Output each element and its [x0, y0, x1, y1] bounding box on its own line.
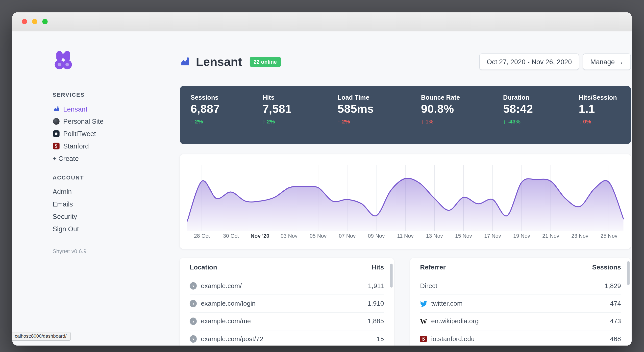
stanford-favicon-icon: S — [52, 142, 60, 149]
stats-bar: Sessions 6,887 ↑2% Hits 7,581 ↑2% Load T… — [180, 86, 631, 144]
x-tick-label: Nov '20 — [250, 233, 269, 239]
table-row: Direct 1,829 — [420, 277, 621, 295]
traffic-lights — [22, 19, 48, 24]
app-version: Shynet v0.6.9 — [52, 248, 168, 254]
x-tick-label: 03 Nov — [281, 233, 298, 239]
date-range-button[interactable]: Oct 27, 2020 - Nov 26, 2020 — [480, 54, 580, 70]
x-tick-label: 25 Nov — [600, 233, 617, 239]
sidebar-item-security[interactable]: Security — [52, 210, 168, 223]
window-titlebar — [12, 13, 632, 31]
sidebar-item-label: Personal Site — [63, 117, 104, 125]
online-badge: 22 online — [250, 57, 281, 67]
stat-hits: Hits 7,581 ↑2% — [262, 94, 338, 144]
x-tick-label: 09 Nov — [368, 233, 384, 239]
chevron-circle-icon: › — [190, 282, 197, 289]
x-tick-label: 21 Nov — [542, 233, 559, 239]
table-row: twitter.com 474 — [420, 295, 621, 313]
status-url-tooltip: calhost:8000/dashboard/ — [12, 332, 71, 340]
stat-sessions: Sessions 6,887 ↑2% — [190, 94, 262, 144]
column-header-referrer: Referrer — [420, 264, 446, 271]
app-window: SERVICES Lensant Personal Site Po — [12, 13, 632, 345]
stat-duration: Duration 58:42 ↑-43% — [503, 94, 579, 144]
stanford-icon: S — [420, 335, 427, 342]
trend-arrow-icon: ↑ — [421, 118, 424, 125]
page-content: SERVICES Lensant Personal Site Po — [12, 31, 632, 345]
services-heading: SERVICES — [52, 92, 168, 98]
sidebar-item-label: Stanford — [63, 142, 89, 150]
page-header: Lensant 22 online Oct 27, 2020 - Nov 26,… — [180, 54, 631, 70]
sidebar-item-sign-out[interactable]: Sign Out — [52, 223, 168, 235]
table-header: Referrer Sessions — [420, 258, 621, 277]
stat-hits-per-session: Hits/Session 1.1 ↓0% — [579, 94, 631, 144]
x-tick-label: 19 Nov — [513, 233, 530, 239]
lensant-favicon-icon — [180, 56, 190, 67]
stat-trend: ↓0% — [579, 118, 631, 125]
sidebar-item-personal-site[interactable]: Personal Site — [52, 115, 168, 128]
trend-arrow-icon: ↑ — [190, 118, 193, 125]
main-panel: Lensant 22 online Oct 27, 2020 - Nov 26,… — [180, 31, 631, 345]
bottom-tables: Location Hits › example.com/ 1,911 › exa… — [180, 258, 631, 345]
close-window-button[interactable] — [22, 19, 27, 24]
trend-arrow-icon: ↓ — [579, 118, 582, 125]
table-row: S io.stanford.edu 468 — [420, 330, 621, 345]
stat-load-time: Load Time 585ms ↑2% — [338, 94, 421, 144]
locations-table: Location Hits › example.com/ 1,911 › exa… — [180, 258, 394, 345]
x-tick-label: 07 Nov — [339, 233, 356, 239]
stat-trend: ↑1% — [421, 118, 503, 125]
manage-button[interactable]: Manage → — [583, 54, 631, 70]
trend-arrow-icon: ↑ — [338, 118, 340, 125]
column-header-sessions: Sessions — [592, 264, 621, 271]
stat-bounce-rate: Bounce Rate 90.8% ↑1% — [421, 94, 503, 144]
column-header-location: Location — [190, 264, 217, 271]
table-row[interactable]: › example.com/ 1,911 — [190, 277, 384, 295]
stat-trend: ↑-43% — [503, 118, 579, 125]
referrers-table: Referrer Sessions Direct 1,829 twitter.c… — [410, 258, 631, 345]
column-header-hits: Hits — [372, 264, 384, 271]
polititweet-favicon-icon — [52, 130, 60, 137]
x-tick-label: 30 Oct — [223, 233, 239, 239]
sidebar-item-admin[interactable]: Admin — [52, 186, 168, 198]
page-title: Lensant — [196, 55, 242, 69]
account-heading: ACCOUNT — [52, 174, 168, 181]
sidebar-item-emails[interactable]: Emails — [52, 198, 168, 210]
table-row: W en.wikipedia.org 473 — [420, 313, 621, 330]
scrollbar-thumb[interactable] — [627, 261, 630, 285]
trend-arrow-icon: ↑ — [262, 118, 265, 125]
stat-trend: ↑2% — [262, 118, 338, 125]
trend-arrow-icon: ↑ — [503, 118, 506, 125]
table-row[interactable]: › example.com/me 1,885 — [190, 313, 384, 330]
x-tick-label: 05 Nov — [310, 233, 326, 239]
stat-trend: ↑2% — [190, 118, 262, 125]
x-tick-label: 28 Oct — [194, 233, 210, 239]
table-row[interactable]: › example.com/login 1,910 — [190, 295, 384, 313]
sidebar-item-stanford[interactable]: S Stanford — [52, 140, 168, 152]
wikipedia-icon: W — [420, 318, 427, 325]
stat-trend: ↑2% — [338, 118, 421, 125]
sidebar-item-create[interactable]: + Create — [52, 152, 168, 164]
sidebar-item-polititweet[interactable]: PolitiTweet — [52, 127, 168, 140]
x-tick-label: 17 Nov — [484, 233, 501, 239]
chevron-circle-icon: › — [190, 300, 197, 307]
scrollbar-thumb[interactable] — [390, 264, 392, 288]
table-header: Location Hits — [190, 258, 384, 277]
sidebar-item-lensant[interactable]: Lensant — [52, 103, 168, 115]
sidebar: SERVICES Lensant Personal Site Po — [12, 31, 168, 345]
x-tick-label: 15 Nov — [455, 233, 472, 239]
binoculars-logo-icon — [52, 50, 74, 71]
chart-x-labels: 28 Oct30 OctNov '2003 Nov05 Nov07 Nov09 … — [180, 233, 631, 241]
x-tick-label: 23 Nov — [572, 233, 588, 239]
account-list: Admin Emails Security Sign Out — [52, 186, 168, 235]
sidebar-item-label: Lensant — [63, 105, 87, 113]
sidebar-item-label: PolitiTweet — [63, 130, 96, 138]
traffic-chart-card: 28 Oct30 OctNov '2003 Nov05 Nov07 Nov09 … — [180, 154, 631, 249]
personal-site-favicon-icon — [52, 118, 60, 125]
services-list: Lensant Personal Site PolitiTweet S Stan… — [52, 103, 168, 164]
chevron-circle-icon: › — [190, 335, 197, 342]
twitter-icon — [420, 300, 427, 307]
table-row[interactable]: › example.com/post/72 15 — [190, 330, 384, 345]
chevron-circle-icon: › — [190, 317, 197, 325]
lensant-favicon-icon — [52, 106, 60, 113]
minimize-window-button[interactable] — [32, 19, 37, 24]
sidebar-item-label: + Create — [52, 154, 79, 162]
zoom-window-button[interactable] — [42, 19, 48, 24]
